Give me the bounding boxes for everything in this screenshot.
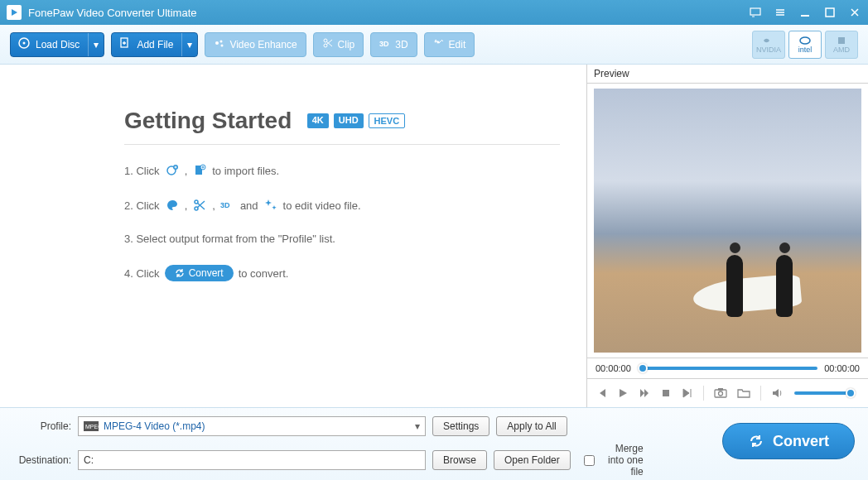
load-disc-button[interactable]: Load Disc ▾ bbox=[10, 32, 104, 57]
disc-add-icon bbox=[165, 163, 180, 178]
minimize-button[interactable] bbox=[798, 6, 812, 19]
3d-icon: 3D bbox=[379, 37, 391, 51]
add-file-dropdown[interactable]: ▾ bbox=[181, 33, 197, 56]
toolbar: Load Disc ▾ Add File ▾ Video Enhance Cli… bbox=[0, 25, 868, 65]
badge-uhd: UHD bbox=[334, 113, 364, 128]
destination-label: Destination: bbox=[12, 454, 71, 466]
step-4: 4. Click Convert to convert. bbox=[124, 265, 560, 281]
apply-all-button[interactable]: Apply to All bbox=[496, 416, 567, 436]
sparkle-icon bbox=[263, 198, 278, 213]
app-title: FonePaw Video Converter Ultimate bbox=[28, 7, 197, 19]
play-button[interactable] bbox=[617, 387, 629, 399]
next-button[interactable] bbox=[682, 387, 693, 399]
3d-button[interactable]: 3D 3D bbox=[370, 32, 417, 57]
divider bbox=[124, 144, 560, 145]
merge-checkbox-label[interactable]: Merge into one file bbox=[584, 443, 644, 478]
chevron-down-icon: ▾ bbox=[415, 420, 420, 432]
svg-rect-3 bbox=[826, 8, 834, 17]
svg-point-9 bbox=[221, 45, 224, 47]
svg-point-24 bbox=[719, 391, 723, 396]
refresh-icon bbox=[175, 268, 185, 278]
step-1: 1. Click , to import files. bbox=[124, 163, 560, 178]
stop-button[interactable] bbox=[660, 387, 672, 399]
step-2: 2. Click , , 3D and to edit video file. bbox=[124, 198, 560, 213]
svg-point-13 bbox=[800, 37, 810, 44]
getting-started-panel: Getting Started 4K UHD HEVC 1. Click , t… bbox=[0, 65, 586, 407]
svg-text:3D: 3D bbox=[379, 40, 389, 48]
gpu-group: NVIDIA intel AMD bbox=[752, 31, 858, 59]
browse-button[interactable]: Browse bbox=[432, 450, 487, 470]
svg-point-7 bbox=[215, 41, 219, 45]
scissors-icon bbox=[192, 198, 207, 213]
step-3: 3. Select output format from the "Profil… bbox=[124, 233, 560, 245]
seek-slider[interactable] bbox=[638, 367, 817, 370]
volume-icon[interactable] bbox=[771, 387, 784, 399]
preview-image bbox=[594, 89, 861, 353]
feedback-icon[interactable] bbox=[749, 6, 762, 19]
menu-icon[interactable] bbox=[774, 6, 787, 19]
getting-started-heading: Getting Started bbox=[124, 108, 292, 134]
badge-hevc: HEVC bbox=[369, 113, 406, 128]
gpu-amd[interactable]: AMD bbox=[825, 31, 858, 59]
edit-icon bbox=[433, 37, 445, 51]
svg-rect-14 bbox=[838, 37, 845, 44]
file-add-icon bbox=[192, 163, 207, 178]
palette-icon bbox=[165, 198, 180, 213]
preview-panel: Preview 00:00:00 00:00:00 bbox=[586, 65, 868, 407]
player-controls bbox=[587, 378, 868, 407]
gpu-nvidia[interactable]: NVIDIA bbox=[752, 31, 785, 59]
enhance-icon bbox=[214, 37, 225, 51]
forward-button[interactable] bbox=[639, 387, 650, 399]
titlebar: FonePaw Video Converter Ultimate bbox=[0, 0, 868, 25]
profile-select[interactable]: MPEG MPEG-4 Video (*.mp4) ▾ bbox=[78, 416, 426, 436]
svg-rect-22 bbox=[663, 390, 669, 396]
snapshot-button[interactable] bbox=[714, 387, 727, 399]
mpeg-icon: MPEG bbox=[84, 420, 99, 432]
svg-marker-0 bbox=[12, 9, 17, 16]
svg-point-8 bbox=[220, 41, 223, 43]
merge-checkbox[interactable] bbox=[584, 455, 595, 466]
preview-label: Preview bbox=[587, 65, 868, 84]
time-total: 00:00:00 bbox=[824, 363, 860, 373]
profile-label: Profile: bbox=[12, 420, 71, 432]
scissors-icon bbox=[322, 37, 334, 51]
convert-pill: Convert bbox=[165, 265, 234, 281]
svg-rect-25 bbox=[718, 388, 723, 391]
open-folder-button[interactable]: Open Folder bbox=[494, 450, 571, 470]
edit-button[interactable]: Edit bbox=[424, 32, 475, 57]
clip-button[interactable]: Clip bbox=[313, 32, 364, 57]
svg-text:3D: 3D bbox=[220, 201, 230, 209]
disc-icon bbox=[11, 36, 31, 52]
maximize-button[interactable] bbox=[823, 6, 837, 19]
3d-icon: 3D bbox=[220, 198, 235, 213]
app-logo bbox=[7, 5, 22, 20]
time-current: 00:00:00 bbox=[596, 363, 631, 373]
badge-4k: 4K bbox=[307, 113, 329, 128]
svg-point-5 bbox=[23, 42, 26, 45]
prev-button[interactable] bbox=[596, 387, 607, 399]
svg-rect-2 bbox=[801, 15, 809, 17]
main-area: Getting Started 4K UHD HEVC 1. Click , t… bbox=[0, 65, 868, 407]
load-disc-dropdown[interactable]: ▾ bbox=[88, 33, 104, 56]
destination-input[interactable] bbox=[78, 450, 426, 470]
add-file-icon bbox=[112, 36, 132, 52]
volume-slider[interactable] bbox=[794, 391, 852, 395]
open-folder-icon[interactable] bbox=[737, 387, 750, 399]
bottom-panel: Profile: MPEG MPEG-4 Video (*.mp4) ▾ Set… bbox=[0, 407, 868, 480]
close-button[interactable] bbox=[848, 6, 861, 19]
gpu-intel[interactable]: intel bbox=[788, 31, 822, 59]
settings-button[interactable]: Settings bbox=[432, 416, 489, 436]
svg-text:MPEG: MPEG bbox=[85, 424, 99, 430]
timeline: 00:00:00 00:00:00 bbox=[587, 358, 868, 378]
svg-rect-1 bbox=[750, 8, 760, 15]
convert-button[interactable]: Convert bbox=[722, 423, 855, 459]
add-file-button[interactable]: Add File ▾ bbox=[111, 32, 198, 57]
video-enhance-button[interactable]: Video Enhance bbox=[205, 32, 306, 57]
refresh-icon bbox=[748, 433, 764, 449]
